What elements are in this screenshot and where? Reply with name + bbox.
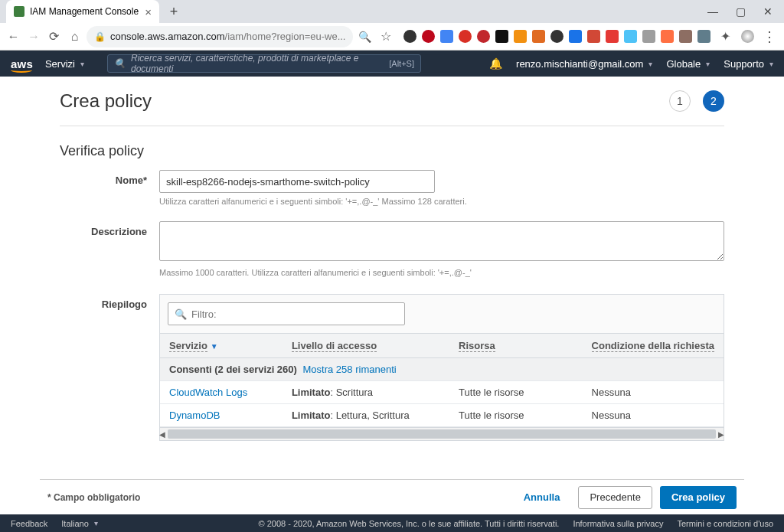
wizard-step-1[interactable]: 1 bbox=[669, 90, 691, 112]
resource-cell: Tutte le risorse bbox=[449, 381, 582, 404]
condition-cell: Nessuna bbox=[583, 404, 724, 427]
terms-link[interactable]: Termini e condizioni d'uso bbox=[677, 519, 773, 528]
col-service[interactable]: Servizio▼ bbox=[160, 334, 283, 358]
ext-icon[interactable] bbox=[422, 30, 435, 43]
search-icon: 🔍 bbox=[175, 308, 187, 320]
services-menu[interactable]: Servizi bbox=[45, 58, 84, 70]
maximize-icon[interactable]: ▢ bbox=[735, 5, 746, 18]
zoom-icon[interactable]: 🔍 bbox=[356, 27, 374, 47]
ext-icon[interactable] bbox=[440, 30, 453, 43]
service-link[interactable]: DynamoDB bbox=[169, 410, 220, 421]
privacy-link[interactable]: Informativa sulla privacy bbox=[573, 519, 663, 528]
back-button[interactable]: ← bbox=[5, 27, 22, 47]
form-row-summary: Riepilogo 🔍 Servizio▼ bbox=[60, 294, 724, 441]
show-remaining-link[interactable]: Mostra 258 rimanenti bbox=[303, 364, 397, 375]
ext-icon[interactable] bbox=[624, 30, 637, 43]
browser-tab[interactable]: IAM Management Console × bbox=[6, 0, 159, 23]
search-icon: 🔍 bbox=[114, 58, 126, 69]
extension-toolbar: ✦ ⋮ bbox=[403, 27, 779, 47]
aws-footer: Feedback Italiano © 2008 - 2020, Amazon … bbox=[0, 514, 784, 532]
copyright: © 2008 - 2020, Amazon Web Services, Inc.… bbox=[259, 519, 560, 528]
language-menu[interactable]: Italiano bbox=[61, 519, 97, 528]
account-menu[interactable]: renzo.mischianti@gmail.com bbox=[516, 58, 652, 70]
new-tab-button[interactable]: + bbox=[165, 3, 182, 20]
col-access[interactable]: Livello di accesso bbox=[283, 334, 449, 358]
policy-desc-input[interactable] bbox=[159, 221, 724, 261]
name-label: Nome* bbox=[60, 170, 159, 186]
tab-favicon bbox=[14, 6, 24, 17]
address-bar[interactable]: 🔒 console.aws.amazon.com/iam/home?region… bbox=[87, 26, 353, 47]
tab-close-icon[interactable]: × bbox=[145, 5, 152, 18]
forward-button[interactable]: → bbox=[25, 27, 43, 47]
aws-header: aws Servizi 🔍 Ricerca servizi, caratteri… bbox=[0, 51, 784, 77]
region-menu[interactable]: Globale bbox=[666, 58, 710, 70]
summary-filter-input[interactable] bbox=[191, 308, 398, 320]
scroll-right-icon[interactable]: ▶ bbox=[715, 428, 727, 441]
access-detail: : Scrittura bbox=[330, 387, 373, 398]
window-controls: ― ▢ ✕ bbox=[707, 5, 784, 18]
close-window-icon[interactable]: ✕ bbox=[763, 5, 773, 18]
filter-input-wrapper[interactable]: 🔍 bbox=[168, 302, 405, 325]
ext-icon[interactable] bbox=[532, 30, 545, 43]
search-placeholder: Ricerca servizi, caratteristiche, prodot… bbox=[131, 53, 384, 74]
table-row: DynamoDB Limitato: Lettura, Scrittura Tu… bbox=[160, 404, 724, 427]
url-path: /iam/home?region=eu-we... bbox=[225, 31, 346, 42]
page-title: Crea policy bbox=[60, 90, 152, 112]
access-detail: : Lettura, Scrittura bbox=[330, 410, 409, 421]
ext-icon[interactable] bbox=[514, 30, 527, 43]
ext-icon[interactable] bbox=[459, 30, 472, 43]
access-level: Limitato bbox=[292, 387, 331, 398]
table-row: CloudWatch Logs Limitato: Scrittura Tutt… bbox=[160, 381, 724, 404]
ext-icon[interactable] bbox=[606, 30, 619, 43]
home-button[interactable]: ⌂ bbox=[66, 27, 83, 47]
create-policy-button[interactable]: Crea policy bbox=[660, 486, 737, 509]
feedback-link[interactable]: Feedback bbox=[11, 519, 47, 528]
aws-logo[interactable]: aws bbox=[11, 57, 33, 70]
form-row-desc: Descrizione Massimo 1000 caratteri. Util… bbox=[60, 221, 724, 277]
previous-button[interactable]: Precedente bbox=[578, 486, 652, 509]
scroll-thumb[interactable] bbox=[168, 429, 716, 439]
address-bar-row: ← → ⟳ ⌂ 🔒 console.aws.amazon.com/iam/hom… bbox=[0, 23, 784, 51]
col-condition[interactable]: Condizione della richiesta bbox=[583, 334, 724, 358]
ext-icon[interactable] bbox=[477, 30, 490, 43]
ext-icon[interactable] bbox=[587, 30, 600, 43]
minimize-icon[interactable]: ― bbox=[707, 5, 718, 18]
window-titlebar: IAM Management Console × + ― ▢ ✕ bbox=[0, 0, 784, 23]
ext-icon[interactable] bbox=[697, 30, 710, 43]
service-link[interactable]: CloudWatch Logs bbox=[169, 387, 247, 398]
ext-icon[interactable] bbox=[495, 30, 508, 43]
summary-table: Servizio▼ Livello di accesso Risorsa Con… bbox=[160, 333, 724, 427]
desc-label: Descrizione bbox=[60, 221, 159, 237]
notifications-icon[interactable]: 🔔 bbox=[489, 57, 502, 70]
ext-icon[interactable] bbox=[403, 30, 416, 43]
allow-group-row: Consenti (2 dei servizi 260) Mostra 258 … bbox=[160, 358, 724, 381]
summary-box: 🔍 Servizio▼ Livello di accesso Risorsa C… bbox=[159, 294, 724, 441]
aws-search[interactable]: 🔍 Ricerca servizi, caratteristiche, prod… bbox=[107, 54, 421, 73]
scroll-left-icon[interactable]: ◀ bbox=[156, 428, 168, 441]
page-title-row: Crea policy 1 2 bbox=[60, 90, 724, 112]
wizard-action-bar: * Campo obbligatorio Annulla Precedente … bbox=[40, 479, 744, 514]
summary-label: Riepilogo bbox=[60, 294, 159, 310]
policy-name-input[interactable] bbox=[159, 170, 435, 193]
profile-avatar-icon[interactable] bbox=[741, 30, 754, 43]
condition-cell: Nessuna bbox=[583, 381, 724, 404]
aws-header-right: 🔔 renzo.mischianti@gmail.com Globale Sup… bbox=[489, 57, 773, 70]
search-shortcut: [Alt+S] bbox=[389, 59, 414, 68]
chrome-menu-icon[interactable]: ⋮ bbox=[760, 27, 779, 47]
bookmark-star-icon[interactable]: ☆ bbox=[377, 27, 394, 47]
ext-icon[interactable] bbox=[569, 30, 582, 43]
ext-icon[interactable] bbox=[642, 30, 655, 43]
cancel-button[interactable]: Annulla bbox=[513, 486, 571, 509]
wizard-step-2[interactable]: 2 bbox=[703, 90, 724, 112]
page-body: Crea policy 1 2 Verifica policy Nome* Ut… bbox=[0, 77, 784, 514]
horiz-scrollbar[interactable]: ◀ ▶ bbox=[160, 427, 724, 440]
col-resource[interactable]: Risorsa bbox=[449, 334, 582, 358]
ext-icon[interactable] bbox=[679, 30, 692, 43]
lock-icon: 🔒 bbox=[94, 31, 106, 42]
support-menu[interactable]: Supporto bbox=[724, 58, 773, 70]
reload-button[interactable]: ⟳ bbox=[46, 27, 64, 47]
extensions-icon[interactable]: ✦ bbox=[716, 27, 736, 47]
name-helper: Utilizza caratteri alfanumerici e i segu… bbox=[159, 197, 724, 206]
ext-icon[interactable] bbox=[550, 30, 564, 43]
ext-icon[interactable] bbox=[661, 30, 674, 43]
